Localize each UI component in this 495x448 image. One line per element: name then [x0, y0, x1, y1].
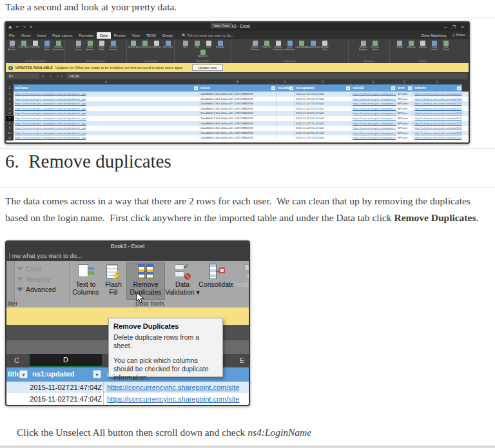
cell-id2-link[interactable]: https://concurrencyinc.sharepoint.com/si… — [351, 101, 396, 106]
tab-file[interactable]: File — [6, 32, 18, 39]
column-letter-b[interactable]: B — [199, 80, 277, 84]
cell-term[interactable]: SP.User — [396, 121, 413, 126]
table-row[interactable]: 2 https://concurrencyinc.sharepoint.com/… — [6, 92, 469, 97]
row-number-1[interactable]: 1 — [6, 84, 14, 92]
cell-scheme-link[interactable]: http://schemas.microsoft.com/ado/2007/08… — [413, 111, 462, 116]
cell-id2-link[interactable]: https://concurrencyinc.sharepoint.com/si… — [351, 135, 396, 141]
tab-home[interactable]: Home — [18, 32, 34, 39]
cell-guid[interactable]: 24ad88d5-57b2-400b-a17c-529178882095 — [199, 92, 277, 97]
cell-title[interactable] — [277, 106, 295, 112]
column-letter-e2[interactable]: E — [240, 356, 244, 364]
update-now-button[interactable]: Update now — [192, 64, 222, 71]
ribbon-button[interactable]: Text to Columns — [249, 40, 260, 51]
row-number[interactable]: 11 — [6, 135, 14, 141]
column-letter-c2[interactable]: C — [14, 356, 19, 364]
cell-updated[interactable]: 2015-11-02T21:47:04Z — [295, 131, 351, 136]
ribbon-button[interactable]: Refresh All — [128, 40, 139, 48]
data-row-2[interactable]: 2015-11-02T21:47:04Z https://concurrency… — [6, 393, 249, 405]
cell-base-link[interactable]: https://concurrencyinc.sharepoint.com/si… — [14, 131, 199, 136]
ribbon-button[interactable]: From Web — [18, 40, 29, 51]
cell-term[interactable]: SP.User — [396, 97, 413, 102]
tell-me-box-partial[interactable]: l me what you want to do... — [9, 252, 82, 259]
text-to-columns-button[interactable]: Text to Columns — [71, 262, 101, 299]
cell-base-link[interactable]: https://concurrencyinc.sharepoint.com/si… — [14, 111, 199, 116]
header-ns1updated2[interactable]: ns1:updated — [32, 370, 74, 378]
table-row[interactable]: 4 https://concurrencyinc.sharepoint.com/… — [6, 101, 469, 106]
cell-title[interactable] — [277, 121, 295, 126]
cell-scheme-link[interactable]: http://schemas.microsoft.com/ado/2007/08… — [413, 92, 462, 97]
cell-guid[interactable]: 24ad88d5-57b2-400b-a17c-529178882095 — [199, 106, 277, 112]
name-box[interactable]: R7 — [7, 73, 39, 79]
tab-review[interactable]: Review — [111, 32, 129, 39]
flash-fill-button[interactable]: ⚡ Flash Fill — [101, 262, 126, 299]
ribbon-button[interactable]: Show Detail — [429, 40, 440, 51]
row-number[interactable]: 9 — [6, 126, 14, 131]
cell-updated[interactable]: 2015-11-02T21:47:04Z — [295, 135, 351, 141]
ribbon-button[interactable]: From Text — [30, 40, 41, 51]
filter-dropdown-icon[interactable]: ▾ — [19, 370, 28, 378]
ribbon-button[interactable]: Edit Links — [162, 40, 173, 48]
cell-updated[interactable]: 2015-11-02T21:47:04Z — [295, 92, 351, 97]
cell-id2-link[interactable]: https://concurrencyinc.sharepoint.com/si… — [351, 131, 396, 136]
cell-term[interactable]: SP.User — [396, 116, 413, 121]
column-letter-e[interactable]: E — [351, 80, 396, 84]
header-term[interactable]: term▾ — [396, 84, 413, 92]
table-row[interactable]: 7 https://concurrencyinc.sharepoint.com/… — [6, 116, 469, 121]
ribbon-button[interactable]: Show Queries — [84, 40, 95, 51]
cell-base-link[interactable]: https://concurrencyinc.sharepoint.com/si… — [14, 101, 199, 106]
ribbon-button[interactable]: Remove Duplicates — [273, 40, 284, 51]
table-row[interactable]: 6 https://concurrencyinc.sharepoint.com/… — [6, 111, 469, 116]
tab-view[interactable]: View — [129, 32, 143, 39]
formula-bar-icons[interactable]: ✕ ✓ ƒx — [42, 74, 64, 78]
ribbon-button[interactable]: New Query — [73, 40, 84, 51]
cell-scheme-link[interactable]: http://schemas.microsoft.com/ado/2007/08… — [413, 131, 462, 136]
ribbon-button[interactable]: From Other Sources — [41, 40, 52, 51]
cell-base-link[interactable]: https://concurrencyinc.sharepoint.com/si… — [14, 116, 199, 121]
cell-title[interactable] — [277, 92, 295, 97]
ribbon-button[interactable]: Forecast Sheet — [369, 40, 380, 51]
cell-term[interactable]: SP.User — [396, 111, 413, 116]
clear-button[interactable]: Clear — [17, 264, 42, 273]
table-row[interactable]: 5 https://concurrencyinc.sharepoint.com/… — [6, 106, 469, 112]
cell-updated[interactable]: 2015-11-02T21:47:04Z — [295, 101, 351, 106]
advanced-button[interactable]: Advanced — [17, 284, 56, 294]
formula-input[interactable]: FALSE — [66, 73, 467, 79]
url-link[interactable]: https://concurrencyinc.sharepoint.com/si… — [107, 395, 249, 403]
cell-base-link[interactable]: https://concurrencyinc.sharepoint.com/si… — [14, 106, 199, 112]
cell-id2-link[interactable]: https://concurrencyinc.sharepoint.com/si… — [351, 111, 396, 116]
ribbon-button[interactable]: From Table — [96, 40, 107, 51]
account-name[interactable]: Drew Madelung — [422, 34, 447, 37]
cell-id2-link[interactable]: https://concurrencyinc.sharepoint.com/si… — [351, 116, 396, 121]
column-letter-g[interactable]: G — [413, 80, 462, 84]
cell-guid[interactable]: 24ad88d5-57b2-400b-a17c-529178882095 — [199, 121, 277, 126]
remove-duplicates-button[interactable]: ➜ Remove Duplicates — [126, 262, 165, 299]
ribbon-button[interactable]: Hide Detail — [441, 40, 452, 51]
row-number[interactable]: 5 — [6, 106, 14, 112]
cell-base-link[interactable]: https://concurrencyinc.sharepoint.com/si… — [14, 135, 199, 141]
tab-insert[interactable]: Insert — [34, 32, 50, 39]
cell-updated[interactable]: 2015-11-02T21:47:04Z — [295, 126, 351, 131]
filter-dropdown-icon[interactable]: ▾ — [391, 86, 395, 90]
ribbon-button[interactable]: Clear — [203, 40, 214, 48]
cell-updated[interactable]: 2015-11-02T21:47:04Z — [295, 97, 351, 102]
cell-id2-link[interactable]: https://concurrencyinc.sharepoint.com/si… — [351, 106, 396, 112]
table-row[interactable]: 3 https://concurrencyinc.sharepoint.com/… — [6, 97, 469, 102]
ribbon-button[interactable]: Sort — [180, 40, 191, 48]
column-letter-a[interactable]: A — [14, 80, 199, 84]
row-number[interactable]: 4 — [6, 101, 14, 106]
cell-scheme-link[interactable]: http://schemas.microsoft.com/ado/2007/08… — [413, 97, 462, 102]
cell-term[interactable]: SP.User — [396, 101, 413, 106]
row-number[interactable]: 6 — [6, 111, 14, 116]
cell-guid[interactable]: 24ad88d5-57b2-400b-a17c-529178882095 — [199, 111, 277, 116]
ribbon-button[interactable]: Existing Connections — [53, 40, 64, 51]
filter-dropdown-icon[interactable]: ▾ — [93, 370, 101, 378]
header-ns1updated[interactable]: ns1:updated▾ — [295, 84, 351, 92]
ribbon-button[interactable]: Connections — [139, 40, 150, 48]
cell-guid[interactable]: 24ad88d5-57b2-400b-a17c-529178882095 — [199, 135, 277, 141]
tab-design[interactable]: Design — [159, 32, 177, 39]
table-row[interactable]: 8 https://concurrencyinc.sharepoint.com/… — [6, 121, 469, 126]
header-ns1id2[interactable]: ns1:id2▾ — [351, 84, 396, 92]
ribbon-button[interactable]: Consolidate — [296, 40, 307, 51]
ribbon-button[interactable]: Reapply — [215, 40, 226, 48]
url-link[interactable]: https://concurrencyinc.sharepoint.com/si… — [107, 384, 249, 391]
